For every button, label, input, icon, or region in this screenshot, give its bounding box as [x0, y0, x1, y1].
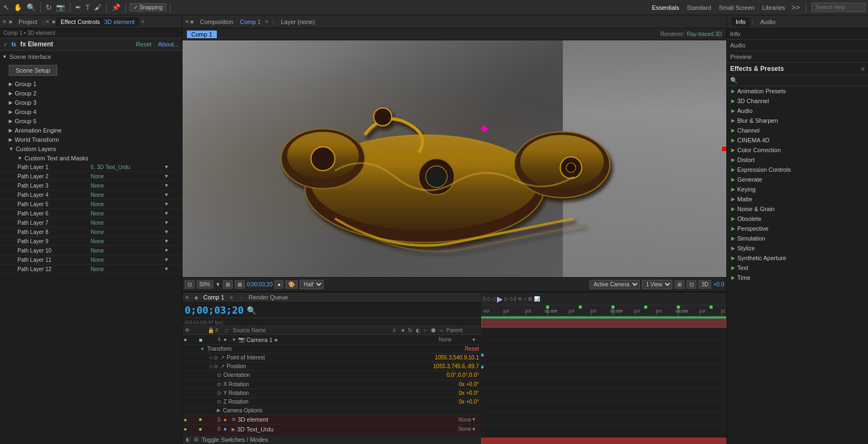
- zoom-select[interactable]: 50%: [197, 280, 213, 289]
- tab-audio[interactable]: Audio: [756, 17, 780, 26]
- overlay-button[interactable]: 🎨: [286, 280, 298, 289]
- text-expand-icon[interactable]: ▶: [232, 427, 235, 432]
- tab-info[interactable]: Info: [731, 17, 750, 26]
- group-5-item[interactable]: ▶ Group 5: [0, 116, 182, 125]
- time-ruler[interactable]: 00f 10f 20f 01:00f 10f 20f: [481, 305, 726, 316]
- close-comp-icon[interactable]: ✕: [185, 19, 189, 25]
- ori-stopwatch-icon[interactable]: ⊙: [217, 372, 223, 378]
- toggle-switches-label[interactable]: Toggle Switches / Modes: [202, 436, 268, 443]
- ep-distort[interactable]: ▶ Distort: [727, 155, 868, 165]
- safe-button[interactable]: ⊡: [687, 280, 696, 289]
- zoom-dropdown-icon[interactable]: ▼: [215, 281, 221, 287]
- snapping-button[interactable]: ✓ Snapping: [130, 3, 166, 11]
- ep-channel[interactable]: ▶ Channel: [727, 125, 868, 135]
- ori-value[interactable]: 0.0°,0.0°,0.0°: [447, 372, 479, 378]
- path-layer-value-6[interactable]: None: [91, 220, 165, 226]
- path-layer-dropdown-4[interactable]: ▼: [164, 201, 169, 207]
- tab-layer[interactable]: Layer (none): [276, 17, 319, 26]
- camera-parent-dropdown[interactable]: ▼: [471, 337, 480, 343]
- tl-menu-icon[interactable]: ≡: [230, 295, 233, 301]
- close-project-icon[interactable]: ✕: [2, 19, 7, 25]
- path-layer-dropdown-7[interactable]: ▼: [164, 229, 169, 235]
- path-layer-value-10[interactable]: None: [91, 257, 165, 263]
- camera-tool-icon[interactable]: 📷: [55, 2, 66, 13]
- world-transform-item[interactable]: ▶ World Transform: [0, 135, 182, 144]
- transform-reset[interactable]: Reset: [465, 346, 479, 352]
- poi-stopwatch-icon[interactable]: ⊙: [214, 355, 220, 361]
- path-layer-value-8[interactable]: None: [91, 238, 165, 244]
- about-link[interactable]: About...: [158, 41, 179, 47]
- tab-composition[interactable]: Composition: [196, 17, 238, 26]
- pos-keyframe-nav-prev[interactable]: ◁: [209, 364, 212, 369]
- camera-expand-icon[interactable]: ▼: [232, 337, 236, 343]
- scene-interface-item[interactable]: ▼ Scene Interface: [0, 52, 182, 62]
- path-layer-dropdown-3[interactable]: ▼: [164, 192, 169, 197]
- pos-bezier-icon[interactable]: ↗: [220, 363, 227, 369]
- camera-select[interactable]: Active Camera: [590, 280, 640, 289]
- layers-icon[interactable]: ⊞: [528, 296, 532, 302]
- group-3-item[interactable]: ▶ Group 3: [0, 98, 182, 107]
- path-layer-dropdown-6[interactable]: ▼: [164, 220, 169, 225]
- nav-start-icon[interactable]: |◁: [483, 296, 489, 302]
- workspace-small-screen[interactable]: Small Screen: [717, 3, 756, 12]
- poi-keyframe-nav-prev[interactable]: ◁: [209, 355, 212, 360]
- element-parent-dropdown[interactable]: ▼: [471, 417, 480, 422]
- text-parent-dropdown[interactable]: ▼: [471, 427, 480, 432]
- path-layer-value-11[interactable]: None: [91, 266, 165, 272]
- yrot-stopwatch-icon[interactable]: ⊙: [217, 390, 223, 396]
- ep-cinema4d[interactable]: ▶ CINEMA 4D: [727, 135, 868, 145]
- path-layer-dropdown-1[interactable]: ▼: [164, 173, 169, 179]
- zrot-value[interactable]: 0x +0.0°: [459, 399, 479, 405]
- ep-stylize[interactable]: ▶ Stylize: [727, 243, 868, 253]
- ep-search-input[interactable]: [740, 77, 865, 84]
- path-layer-dropdown-11[interactable]: ▼: [164, 266, 169, 272]
- ep-blur-sharpen[interactable]: ▶ Blur & Sharpen: [727, 116, 868, 125]
- ep-perspective[interactable]: ▶ Perspective: [727, 224, 868, 233]
- group-1-item[interactable]: ▶ Group 1: [0, 79, 182, 88]
- close-timeline-icon[interactable]: ✕: [185, 295, 189, 301]
- more-workspaces-icon[interactable]: >>: [791, 2, 801, 13]
- ep-obsolete[interactable]: ▶ Obsolete: [727, 214, 868, 224]
- audio-icon[interactable]: ♪: [524, 296, 526, 302]
- ep-simulation[interactable]: ▶ Simulation: [727, 233, 868, 243]
- path-layer-dropdown-8[interactable]: ▼: [164, 238, 169, 244]
- pos-stopwatch-icon[interactable]: ⊙: [214, 363, 220, 369]
- camera-keyframe-icon[interactable]: ◈: [274, 337, 278, 343]
- path-layer-dropdown-9[interactable]: ▼: [164, 248, 169, 253]
- path-layer-value-4[interactable]: None: [91, 201, 165, 207]
- poi-value[interactable]: 1055.3,540.9,10.1: [435, 355, 479, 361]
- path-layer-dropdown-0[interactable]: ▼: [164, 164, 169, 170]
- close-effect-icon[interactable]: ✕: [45, 19, 50, 25]
- transform-row[interactable]: ▼ Transform Reset: [183, 345, 481, 353]
- ep-menu-icon[interactable]: ≡: [861, 65, 865, 72]
- path-layer-value-0[interactable]: 6. 3D Text_Urdu: [91, 164, 165, 170]
- grid-button[interactable]: ⊞: [675, 280, 684, 289]
- transform-arrow[interactable]: ▼: [200, 346, 205, 352]
- timecode-display[interactable]: 0;00;03;20: [185, 304, 244, 316]
- ep-expression-controls[interactable]: ▶ Expression Controls: [727, 165, 868, 175]
- scene-setup-button[interactable]: Scene Setup: [9, 65, 57, 76]
- ep-synthetic-aperture[interactable]: ▶ Synthetic Aperture: [727, 253, 868, 263]
- brush-tool-icon[interactable]: 🖌: [93, 2, 102, 13]
- group-2-item[interactable]: ▶ Group 2: [0, 88, 182, 98]
- search-input[interactable]: [811, 3, 866, 12]
- rotate-tool-icon[interactable]: ↻: [45, 2, 53, 13]
- ep-generate[interactable]: ▶ Generate: [727, 175, 868, 184]
- workspace-essentials[interactable]: Essentials: [650, 3, 681, 12]
- path-layer-value-7[interactable]: None: [91, 229, 165, 235]
- camera-layer-row[interactable]: ● ■ 4 ■ ▼ 📷 Camera 1 ◈ None ▼: [183, 335, 481, 345]
- ep-text[interactable]: ▶ Text: [727, 263, 868, 273]
- text-urdu-layer-row[interactable]: ● ■ 6 ■ ▶ 3D Text_Urdu None ▼: [183, 425, 481, 435]
- play-icon[interactable]: ▶: [497, 295, 503, 303]
- element-video-icon[interactable]: ■: [199, 417, 207, 422]
- ep-noise-grain[interactable]: ▶ Noise & Grain: [727, 204, 868, 214]
- fx-checkbox[interactable]: ✓: [3, 41, 8, 47]
- pin-tool-icon[interactable]: 📌: [111, 2, 122, 13]
- camera-eye-icon[interactable]: ●: [184, 337, 191, 343]
- add-layer-btn[interactable]: ◐: [186, 436, 191, 442]
- cam-options-row[interactable]: ▶ Camera Options: [183, 406, 481, 415]
- ep-3d-channel[interactable]: ▶ 3D Channel: [727, 96, 868, 106]
- path-layer-value-2[interactable]: None: [91, 183, 165, 189]
- element-layer-row[interactable]: ● ■ 5 ■ ⚙ 3D element None ▼: [183, 415, 481, 425]
- animation-engine-item[interactable]: ▶ Animation Engine: [0, 125, 182, 135]
